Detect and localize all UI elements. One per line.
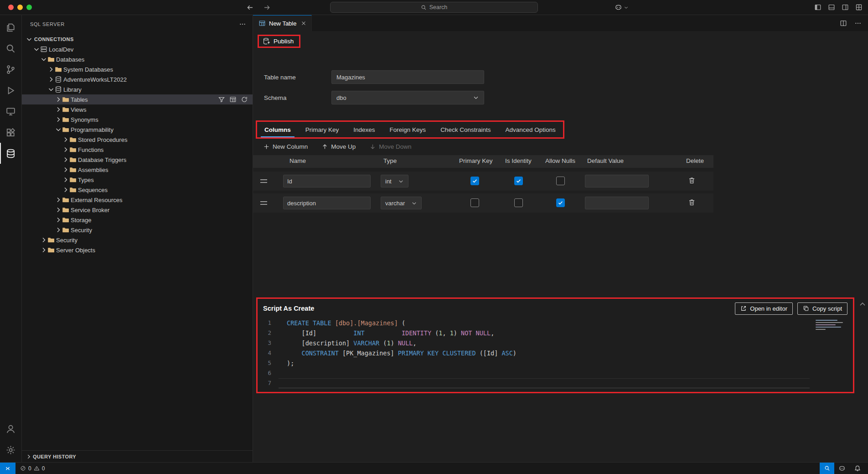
designer-tab-advanced-options[interactable]: Advanced Options bbox=[498, 122, 563, 137]
column-name-input[interactable] bbox=[283, 175, 371, 188]
minimize-window-button[interactable] bbox=[17, 5, 23, 10]
tree-item-sequences[interactable]: Sequences bbox=[22, 185, 253, 195]
code-line[interactable]: 6 bbox=[258, 368, 853, 378]
more-actions-button[interactable] bbox=[854, 20, 862, 27]
tree-item-security-server[interactable]: Security bbox=[22, 235, 253, 245]
tree-item-external-resources[interactable]: External Resources bbox=[22, 195, 253, 205]
activity-bar-search[interactable] bbox=[0, 38, 22, 59]
column-type-select[interactable]: int bbox=[381, 175, 408, 188]
copilot-status[interactable] bbox=[834, 463, 850, 474]
designer-tab-check-constraints[interactable]: Check Constraints bbox=[433, 122, 498, 137]
chevron-down-icon[interactable] bbox=[33, 46, 40, 53]
close-tab-icon[interactable] bbox=[300, 20, 307, 26]
delete-column-button[interactable] bbox=[687, 198, 697, 208]
chevron-down-icon[interactable] bbox=[47, 86, 55, 93]
open-in-editor-button[interactable]: Open in editor bbox=[735, 302, 793, 315]
column-type-select[interactable]: varchar bbox=[381, 197, 422, 209]
chevron-right-icon[interactable] bbox=[62, 136, 69, 143]
tree-item-functions[interactable]: Functions bbox=[22, 145, 253, 155]
chevron-right-icon[interactable] bbox=[40, 236, 47, 244]
code-line[interactable]: 1CREATE TABLE [dbo].[Magazines] ( bbox=[258, 318, 853, 328]
activity-bar-remote-explorer[interactable] bbox=[0, 101, 22, 122]
allow-nulls-checkbox[interactable] bbox=[556, 177, 565, 185]
activity-bar-account[interactable] bbox=[0, 418, 22, 439]
toggle-secondary-sidebar-button[interactable] bbox=[842, 4, 849, 11]
chevron-right-icon[interactable] bbox=[55, 96, 62, 103]
forward-button[interactable] bbox=[263, 4, 271, 11]
column-name-input[interactable] bbox=[283, 197, 371, 209]
is-identity-checkbox[interactable] bbox=[514, 177, 523, 185]
schema-select[interactable]: dbo bbox=[331, 91, 484, 104]
activity-bar-settings[interactable] bbox=[0, 439, 22, 460]
sidebar-more-actions-button[interactable] bbox=[239, 21, 246, 28]
tree-item-synonyms[interactable]: Synonyms bbox=[22, 115, 253, 125]
code-line[interactable]: 3 [description] VARCHAR (1) NULL, bbox=[258, 338, 853, 348]
tree-item-service-broker[interactable]: Service Broker bbox=[22, 205, 253, 215]
is-identity-checkbox[interactable] bbox=[514, 198, 523, 207]
problems-status[interactable]: 0 0 bbox=[16, 463, 49, 474]
chevron-right-icon[interactable] bbox=[47, 76, 55, 83]
chevron-right-icon[interactable] bbox=[40, 246, 47, 254]
copilot-menu[interactable] bbox=[615, 0, 629, 15]
delete-column-button[interactable] bbox=[687, 176, 697, 187]
code-line[interactable]: 7 bbox=[258, 378, 853, 388]
table-name-input[interactable] bbox=[331, 70, 484, 84]
split-editor-button[interactable] bbox=[840, 20, 847, 27]
chevron-right-icon[interactable] bbox=[55, 206, 62, 214]
tree-item-assemblies[interactable]: Assemblies bbox=[22, 165, 253, 175]
new-column-button[interactable]: New Column bbox=[263, 143, 308, 150]
tab-new-table[interactable]: New Table bbox=[253, 15, 312, 31]
activity-bar-sql-server[interactable] bbox=[0, 143, 22, 164]
designer-tab-primary-key[interactable]: Primary Key bbox=[298, 122, 346, 137]
tree-item-programmability[interactable]: Programmability bbox=[22, 125, 253, 135]
primary-key-checkbox[interactable] bbox=[470, 198, 479, 207]
drag-handle[interactable] bbox=[260, 179, 267, 183]
move-up-button[interactable]: Move Up bbox=[321, 143, 356, 150]
close-window-button[interactable] bbox=[8, 5, 14, 10]
code-line[interactable]: 5); bbox=[258, 358, 853, 368]
refresh-icon[interactable] bbox=[241, 96, 248, 103]
tree-item-server-objects[interactable]: Server Objects bbox=[22, 245, 253, 255]
script-editor[interactable]: 1CREATE TABLE [dbo].[Magazines] (2 [Id] … bbox=[258, 318, 853, 392]
chevron-right-icon[interactable] bbox=[62, 146, 69, 153]
chevron-right-icon[interactable] bbox=[47, 66, 55, 73]
chevron-right-icon[interactable] bbox=[62, 156, 69, 163]
tree-item-connections[interactable]: CONNECTIONS bbox=[22, 34, 253, 44]
tree-item-tables[interactable]: Tables bbox=[22, 94, 253, 104]
activity-bar-source-control[interactable] bbox=[0, 59, 22, 80]
move-down-button[interactable]: Move Down bbox=[369, 143, 411, 150]
publish-button[interactable]: Publish bbox=[259, 36, 299, 47]
scroll-up-button[interactable] bbox=[858, 300, 867, 308]
tree-item-stored-procedures[interactable]: Stored Procedures bbox=[22, 135, 253, 145]
notifications-bell[interactable] bbox=[850, 463, 865, 474]
drag-handle[interactable] bbox=[260, 201, 267, 205]
allow-nulls-checkbox[interactable] bbox=[556, 198, 565, 207]
tree-item-types[interactable]: Types bbox=[22, 175, 253, 185]
chevron-right-icon[interactable] bbox=[62, 166, 69, 173]
chevron-down-icon[interactable] bbox=[55, 126, 62, 133]
chevron-right-icon[interactable] bbox=[55, 106, 62, 113]
primary-key-checkbox[interactable] bbox=[470, 177, 479, 185]
command-center-search[interactable]: Search bbox=[330, 2, 538, 13]
designer-tab-foreign-keys[interactable]: Foreign Keys bbox=[382, 122, 434, 137]
chevron-right-icon[interactable] bbox=[55, 226, 62, 234]
code-line[interactable]: 4 CONSTRAINT [PK_Magazines] PRIMARY KEY … bbox=[258, 348, 853, 358]
tree-item-system-databases[interactable]: System Databases bbox=[22, 64, 253, 74]
chevron-right-icon[interactable] bbox=[55, 116, 62, 123]
activity-bar-run-and-debug[interactable] bbox=[0, 80, 22, 101]
default-value-input[interactable] bbox=[585, 197, 649, 209]
chevron-right-icon[interactable] bbox=[55, 196, 62, 203]
activity-bar-extensions[interactable] bbox=[0, 122, 22, 143]
tree-item-security-database[interactable]: Security bbox=[22, 225, 253, 235]
tree-item-database-triggers[interactable]: Database Triggers bbox=[22, 155, 253, 165]
tree-item-views[interactable]: Views bbox=[22, 104, 253, 115]
code-line[interactable]: 2 [Id] INT IDENTITY (1, 1) NOT NULL, bbox=[258, 328, 853, 338]
remote-indicator[interactable] bbox=[0, 463, 16, 474]
designer-tab-indexes[interactable]: Indexes bbox=[346, 122, 382, 137]
designer-tab-columns[interactable]: Columns bbox=[257, 122, 298, 137]
tree-item-localdev[interactable]: LocalDev bbox=[22, 44, 253, 54]
toggle-primary-sidebar-button[interactable] bbox=[814, 4, 822, 11]
chevron-right-icon[interactable] bbox=[62, 186, 69, 193]
maximize-window-button[interactable] bbox=[26, 5, 32, 10]
chevron-down-icon[interactable] bbox=[26, 36, 33, 43]
